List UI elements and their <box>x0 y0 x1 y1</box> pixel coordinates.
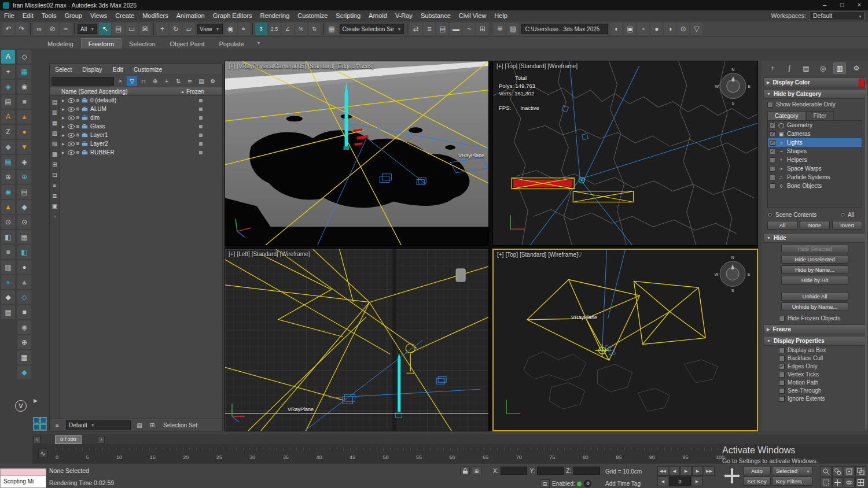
hide-button[interactable]: Hide Selected <box>781 245 848 253</box>
viewport-label-part[interactable]: [Edged Faces] <box>336 63 373 69</box>
unhide-button[interactable]: Unhide by Name... <box>781 302 848 311</box>
bind-to-space-warp-icon[interactable]: ≈ <box>60 23 72 35</box>
expand-arrow-icon[interactable]: ▶ <box>60 107 67 111</box>
mini-curve-editor-icon[interactable]: ∿ <box>38 449 47 458</box>
select-and-scale-icon[interactable]: ▱ <box>183 23 195 35</box>
menu-item[interactable]: Help <box>490 12 512 19</box>
left-toolbar-icon[interactable]: ● <box>17 260 31 274</box>
explorer-settings-icon[interactable]: ⚙ <box>208 76 218 86</box>
category-row[interactable]: ✓ ∴ Particle Systems <box>768 173 862 182</box>
layer-name[interactable]: Layer2 <box>89 141 186 147</box>
percent-snap-icon[interactable]: % <box>295 23 307 35</box>
select-and-rotate-icon[interactable]: ↻ <box>170 23 182 35</box>
motion-tab-icon[interactable]: ◎ <box>816 62 829 74</box>
viewport-label-part[interactable]: [Left] <box>237 251 249 257</box>
ribbon-expand-icon[interactable]: ▾ <box>258 40 260 49</box>
zoom-all-icon[interactable] <box>832 466 843 476</box>
left-toolbar-icon[interactable]: ● <box>1 275 15 289</box>
rollout-display-color[interactable]: ▶ Display Color <box>763 77 866 87</box>
display-filter-icon[interactable]: ▽ <box>690 23 703 35</box>
zoom-icon[interactable] <box>821 466 832 476</box>
menu-item[interactable]: Edit <box>19 12 38 19</box>
visibility-eye-icon[interactable] <box>67 124 75 129</box>
ribbon-tab[interactable]: Modeling <box>41 39 80 49</box>
menu-item[interactable]: Civil View <box>455 12 490 19</box>
object-color-swatch[interactable] <box>859 79 865 87</box>
viewport-label-part[interactable]: [Standard] <box>519 63 546 69</box>
project-folder-path-field[interactable]: C:\Users\use...3ds Max 2025 <box>521 24 608 34</box>
category-checkbox[interactable]: ✓ <box>770 131 775 137</box>
menu-item[interactable]: Group <box>60 12 86 19</box>
layer-row[interactable]: ▶ Layer2 <box>60 139 222 148</box>
pan-view-icon[interactable] <box>724 468 740 484</box>
menu-item[interactable]: Rendering <box>256 12 294 19</box>
left-toolbar-icon[interactable]: ⊕ <box>17 335 31 349</box>
menu-item[interactable]: Tools <box>38 12 61 19</box>
menu-item[interactable]: Graph Editors <box>209 12 256 19</box>
category-row[interactable]: ✓ ▣ Cameras <box>768 130 862 138</box>
y-coordinate-field[interactable] <box>537 467 564 475</box>
category-checkbox[interactable]: ✓ <box>770 140 775 146</box>
layer-list-icon[interactable]: ≡ <box>52 420 62 430</box>
display-property-checkbox[interactable]: ✓ <box>779 356 785 361</box>
layer-row[interactable]: ▶ dim <box>60 113 222 122</box>
left-toolbar-icon[interactable]: ▼ <box>17 140 31 154</box>
left-toolbar-icon[interactable]: ◇ <box>17 290 31 304</box>
left-toolbar-icon[interactable]: A <box>1 110 15 124</box>
left-toolbar-icon[interactable]: ◈ <box>1 80 15 94</box>
next-key-button[interactable]: ▶ <box>692 476 703 486</box>
spinner-snap-icon[interactable]: ⇅ <box>308 23 321 35</box>
expand-arrow-icon[interactable]: ▶ <box>60 98 67 102</box>
visibility-eye-icon[interactable] <box>67 150 75 155</box>
display-property-row[interactable]: ✓ Backface Cull <box>762 354 868 362</box>
left-toolbar-icon[interactable]: ⊙ <box>17 215 31 229</box>
ribbon-tab[interactable]: Freeform <box>81 38 122 49</box>
hide-frozen-row[interactable]: ✓ Hide Frozen Objects <box>762 313 868 323</box>
expand-arrow-icon[interactable]: ▶ <box>60 142 67 146</box>
expand-arrow-icon[interactable]: ▶ <box>60 133 67 137</box>
category-checkbox[interactable]: ✓ <box>770 157 775 163</box>
layer-name[interactable]: Layer1 <box>89 132 186 138</box>
selection-filter-dropdown[interactable]: All▼ <box>78 24 97 34</box>
scene-explorer-search-input[interactable] <box>52 77 114 86</box>
category-select-button[interactable]: All <box>767 221 797 230</box>
explorer-tool-icon[interactable]: ▦ <box>50 119 60 127</box>
left-toolbar-icon[interactable]: ◉ <box>17 80 31 94</box>
left-toolbar-icon[interactable]: ■ <box>17 305 31 319</box>
rollout-freeze[interactable]: ▶ Freeze <box>763 324 866 334</box>
z-coordinate-field[interactable] <box>573 467 600 475</box>
expand-arrow-icon[interactable]: ▶ <box>60 124 67 128</box>
use-pivot-point-icon[interactable]: ◉ <box>225 23 237 35</box>
angle-snap-icon[interactable]: ∠ <box>282 23 294 35</box>
zoom-region-icon[interactable] <box>821 477 832 487</box>
left-viewport-canvas[interactable] <box>225 249 488 431</box>
visibility-eye-icon[interactable] <box>67 107 75 112</box>
time-slider-handle[interactable]: 0 / 100 <box>55 435 82 444</box>
display-property-row[interactable]: ✓ See-Through <box>762 386 868 394</box>
rollout-display-properties[interactable]: ▼ Display Properties <box>763 336 866 346</box>
minimize-button[interactable]: – <box>816 0 833 10</box>
render-production-icon[interactable]: ● <box>650 23 663 35</box>
key-filters-button[interactable]: Key Filters... <box>772 476 812 486</box>
frozen-toggle[interactable] <box>186 116 222 120</box>
viewport-top[interactable]: N E S W [+][Top][Standard][Wireframe] To… <box>492 61 758 246</box>
category-row[interactable]: ✓ ~ Shapes <box>768 147 862 156</box>
display-property-checkbox[interactable]: ✓ <box>779 372 785 378</box>
left-toolbar-icon[interactable]: ◈ <box>17 155 31 169</box>
category-select-button[interactable]: Invert <box>832 221 862 230</box>
display-property-row[interactable]: ✓ Edges Only <box>762 362 868 370</box>
left-toolbar-icon[interactable]: ▤ <box>17 185 31 199</box>
scene-explorer-menu[interactable]: Select <box>50 66 77 73</box>
display-property-checkbox[interactable]: ✓ <box>779 347 785 353</box>
explorer-tool-icon[interactable]: ≡ <box>50 181 60 190</box>
layer-row[interactable]: ▶ Layer1 <box>60 131 222 139</box>
ribbon-tab[interactable]: Selection <box>122 39 162 49</box>
explorer-tool-icon[interactable]: ▤ <box>50 98 60 106</box>
play-button[interactable]: ▶ <box>681 466 692 476</box>
rollout-hide[interactable]: ▼ Hide <box>763 233 866 243</box>
project-folder-icon[interactable]: ▨ <box>507 23 519 35</box>
pan-icon[interactable] <box>832 477 843 487</box>
ribbon-tab[interactable]: Object Paint <box>163 39 212 49</box>
explorer-tool-icon[interactable]: ⊟ <box>50 171 60 179</box>
vray-logo-icon[interactable]: V <box>15 400 27 412</box>
